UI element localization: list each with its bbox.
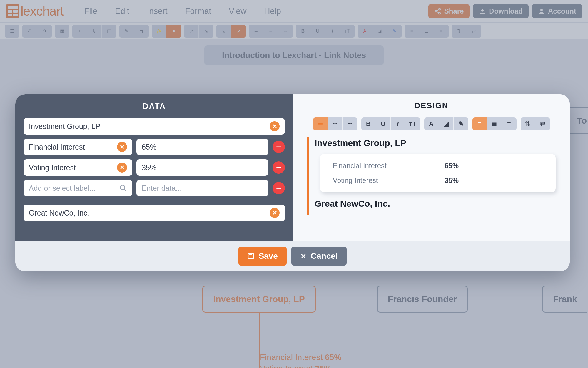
node-frank[interactable]: Frank bbox=[542, 286, 587, 313]
logo-text: lexchart bbox=[21, 4, 64, 19]
line-solid-icon[interactable]: ━ bbox=[249, 25, 263, 38]
node-francis[interactable]: Francis Founder bbox=[377, 286, 468, 313]
node-investment-group[interactable]: Investment Group, LP bbox=[202, 286, 316, 313]
fillcolor-icon[interactable]: ◢ bbox=[372, 25, 387, 38]
menu-insert[interactable]: Insert bbox=[147, 6, 167, 16]
bordercolor-icon[interactable]: ✎ bbox=[387, 25, 402, 38]
clear-label-0-icon[interactable]: ✕ bbox=[117, 142, 127, 152]
line-dashed-icon[interactable]: ┄ bbox=[263, 25, 278, 38]
target-entity-value: Great NewCo, Inc. bbox=[29, 209, 89, 217]
design-panel: DESIGN ━ ┄ ┈ B U I тT A ◢ ✎ bbox=[293, 94, 570, 241]
clear-label-1-icon[interactable]: ✕ bbox=[117, 163, 127, 173]
menu-format[interactable]: Format bbox=[185, 6, 211, 16]
sort-icon[interactable]: ⇅ bbox=[452, 25, 466, 38]
line-dotted-icon[interactable]: ┈ bbox=[278, 25, 293, 38]
cancel-label: Cancel bbox=[311, 251, 338, 261]
new-label-placeholder: Add or select label... bbox=[29, 184, 96, 193]
textsize-icon[interactable]: тT bbox=[405, 117, 420, 130]
save-icon bbox=[247, 253, 254, 260]
save-label: Save bbox=[258, 251, 278, 261]
clear-source-icon[interactable]: ✕ bbox=[270, 121, 280, 131]
account-label: Account bbox=[548, 7, 576, 15]
value-field-1[interactable]: 35% bbox=[136, 159, 268, 176]
new-label-field[interactable]: Add or select label... bbox=[24, 180, 132, 196]
svg-point-5 bbox=[120, 185, 125, 190]
align-right-icon[interactable]: ≡ bbox=[502, 117, 517, 130]
logo[interactable]: lexchart bbox=[6, 4, 64, 19]
menu-file[interactable]: File bbox=[84, 6, 97, 16]
link-preview: Investment Group, LP Financial Interest … bbox=[307, 137, 556, 215]
svg-rect-7 bbox=[249, 253, 252, 255]
remove-row-0-button[interactable]: − bbox=[273, 141, 285, 153]
align-center-icon[interactable]: ≣ bbox=[487, 117, 502, 130]
link-label-voting: Voting Interest 35% bbox=[260, 364, 331, 368]
redo-icon[interactable]: ↷ bbox=[37, 25, 52, 38]
line-solid-icon[interactable]: ━ bbox=[313, 117, 328, 130]
toolbar: ☰ ↶ ↷ ▦ ＋ ↳ ◫ ✎ 🗑 ✨ ✦ ⤢ ⤡ ↘ ↗ ━ ┄ bbox=[0, 22, 588, 39]
link-style2-icon[interactable]: ↗ bbox=[231, 25, 246, 38]
label-field-0[interactable]: Financial Interest ✕ bbox=[24, 139, 132, 155]
logo-icon bbox=[6, 4, 19, 18]
align-right-icon[interactable]: ≡ bbox=[434, 25, 449, 38]
textcolor-icon[interactable]: A bbox=[358, 25, 372, 38]
link-notes-modal: DATA Investment Group, LP ✕ Financial In… bbox=[15, 94, 570, 271]
line-dotted-icon[interactable]: ┈ bbox=[343, 117, 357, 130]
add-box-icon[interactable]: ＋ bbox=[72, 25, 87, 38]
save-button[interactable]: Save bbox=[238, 247, 286, 266]
value-field-0[interactable]: 65% bbox=[136, 139, 268, 155]
preview-row-1-label: Voting Interest bbox=[333, 176, 445, 185]
select-icon[interactable]: ◫ bbox=[102, 25, 116, 38]
menu-help[interactable]: Help bbox=[264, 6, 281, 16]
data-panel: DATA Investment Group, LP ✕ Financial In… bbox=[15, 94, 293, 241]
align-left-icon[interactable]: ≡ bbox=[472, 117, 487, 130]
textsize-icon[interactable]: тT bbox=[340, 25, 355, 38]
add-link-icon[interactable]: ↳ bbox=[87, 25, 102, 38]
bold-icon[interactable]: B bbox=[296, 25, 310, 38]
svg-point-0 bbox=[439, 8, 440, 10]
expand-icon[interactable]: ⤢ bbox=[184, 25, 199, 38]
target-entity-field[interactable]: Great NewCo, Inc. ✕ bbox=[24, 205, 285, 221]
toggle-panel-icon[interactable]: ☰ bbox=[5, 25, 19, 38]
underline-icon[interactable]: U bbox=[310, 25, 325, 38]
italic-icon[interactable]: I bbox=[391, 117, 405, 130]
clear-target-icon[interactable]: ✕ bbox=[270, 208, 280, 218]
underline-icon[interactable]: U bbox=[376, 117, 391, 130]
bold-icon[interactable]: B bbox=[361, 117, 376, 130]
grid-icon[interactable]: ▦ bbox=[55, 25, 69, 38]
chart-title[interactable]: Introduction to Lexchart - Link Notes bbox=[204, 45, 384, 65]
search-icon[interactable] bbox=[119, 184, 127, 192]
edit-icon[interactable]: ✎ bbox=[119, 25, 134, 38]
remove-new-row-button[interactable]: − bbox=[273, 182, 285, 194]
wand-alt-icon[interactable]: ✦ bbox=[166, 25, 181, 38]
delete-icon[interactable]: 🗑 bbox=[134, 25, 149, 38]
share-button[interactable]: Share bbox=[428, 4, 470, 18]
line-dashed-icon[interactable]: ┄ bbox=[328, 117, 343, 130]
align-center-icon[interactable]: ≣ bbox=[419, 25, 434, 38]
menu-edit[interactable]: Edit bbox=[115, 6, 129, 16]
menu-view[interactable]: View bbox=[229, 6, 246, 16]
download-button[interactable]: Download bbox=[473, 4, 529, 18]
preview-row-1-value: 35% bbox=[445, 176, 459, 185]
new-value-field[interactable]: Enter data... bbox=[136, 180, 268, 196]
main-menu: File Edit Insert Format View Help bbox=[84, 6, 281, 16]
sort-icon[interactable]: ⇅ bbox=[521, 117, 535, 130]
textcolor-icon[interactable]: A bbox=[424, 117, 439, 130]
label-field-1[interactable]: Voting Interest ✕ bbox=[24, 159, 132, 176]
collapse-icon[interactable]: ⤡ bbox=[199, 25, 213, 38]
italic-icon[interactable]: I bbox=[325, 25, 340, 38]
source-entity-field[interactable]: Investment Group, LP ✕ bbox=[24, 118, 285, 135]
link-style1-icon[interactable]: ↘ bbox=[216, 25, 231, 38]
account-button[interactable]: Account bbox=[532, 4, 582, 18]
swap-icon[interactable]: ⇄ bbox=[466, 25, 481, 38]
wand-icon[interactable]: ✨ bbox=[152, 25, 166, 38]
undo-icon[interactable]: ↶ bbox=[22, 25, 37, 38]
preview-row-1: Voting Interest 35% bbox=[333, 176, 543, 185]
share-label: Share bbox=[444, 7, 464, 15]
cancel-button[interactable]: Cancel bbox=[291, 247, 347, 266]
align-left-icon[interactable]: ≡ bbox=[405, 25, 419, 38]
preview-row-0-value: 65% bbox=[445, 162, 459, 170]
swap-icon[interactable]: ⇄ bbox=[535, 117, 550, 130]
pencolor-icon[interactable]: ✎ bbox=[454, 117, 468, 130]
highlight-icon[interactable]: ◢ bbox=[439, 117, 454, 130]
remove-row-1-button[interactable]: − bbox=[273, 161, 285, 174]
